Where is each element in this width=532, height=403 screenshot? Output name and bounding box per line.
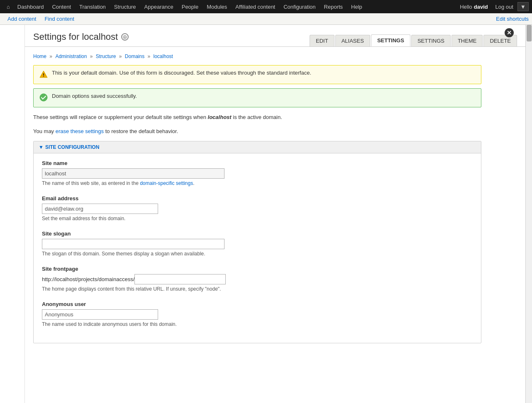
site-configuration-section: ▼ SITE CONFIGURATION Site name The name …	[33, 141, 481, 343]
scrollbar-thumb[interactable]	[527, 25, 532, 41]
warning-alert: ! This is your default domain. Use of th…	[33, 65, 481, 84]
slogan-group: Site slogan The slogan of this domain. S…	[42, 231, 473, 257]
collapse-icon: ▼	[39, 144, 44, 150]
username: david	[474, 4, 488, 10]
site-name-group: Site name The name of this web site, as …	[42, 160, 473, 186]
frontpage-prefix: http://localhost/projects/domainaccess/	[42, 276, 134, 282]
erase-settings-link[interactable]: erase these settings	[56, 128, 104, 134]
breadcrumb-administration[interactable]: Administration	[55, 53, 87, 59]
breadcrumb: Home » Administration » Structure » Doma…	[33, 53, 481, 59]
tab-settings-active[interactable]: SETTINGS	[371, 34, 410, 46]
close-button[interactable]: ✕	[505, 28, 514, 37]
success-alert: Domain options saved successfully.	[33, 88, 481, 107]
site-name-desc: The name of this web site, as entered in…	[42, 180, 473, 186]
tab-settings-2[interactable]: SETTINGS	[411, 35, 451, 46]
page-header: Settings for localhost ⊕ EDIT ALIASES SE…	[25, 25, 525, 47]
nav-appearance[interactable]: Appearance	[140, 0, 178, 13]
logout-button[interactable]: Log out	[493, 0, 515, 13]
email-label: Email address	[42, 195, 473, 202]
breadcrumb-localhost[interactable]: localhost	[154, 53, 173, 59]
section-header[interactable]: ▼ SITE CONFIGURATION	[34, 141, 481, 153]
svg-point-2	[40, 94, 47, 101]
section-title: SITE CONFIGURATION	[45, 144, 99, 150]
nav-people[interactable]: People	[178, 0, 203, 13]
slogan-label: Site slogan	[42, 231, 473, 237]
user-area: Hello david Log out ▼	[460, 0, 529, 13]
warning-icon: !	[39, 70, 48, 80]
section-body: Site name The name of this web site, as …	[34, 153, 481, 343]
frontpage-row: http://localhost/projects/domainaccess/	[42, 274, 473, 284]
anon-group: Anonymous user The name used to indicate…	[42, 301, 473, 327]
slogan-desc: The slogan of this domain. Some themes d…	[42, 251, 473, 257]
tab-aliases[interactable]: ALIASES	[335, 35, 370, 46]
breadcrumb-structure[interactable]: Structure	[96, 53, 116, 59]
frontpage-desc: The home page displays content from this…	[42, 286, 473, 292]
sidebar	[0, 25, 25, 403]
find-content-link[interactable]: Find content	[40, 13, 78, 25]
scrollbar[interactable]	[525, 25, 532, 403]
nav-content[interactable]: Content	[48, 0, 75, 13]
email-group: Email address Set the email address for …	[42, 195, 473, 221]
nav-modules[interactable]: Modules	[203, 0, 231, 13]
frontpage-label: Site frontpage	[42, 266, 473, 272]
success-icon	[39, 93, 48, 103]
site-name-label: Site name	[42, 160, 473, 166]
page-content: Home » Administration » Structure » Doma…	[25, 47, 490, 350]
tab-theme[interactable]: THEME	[451, 35, 483, 46]
nav-configuration[interactable]: Configuration	[279, 0, 320, 13]
success-text: Domain options saved successfully.	[52, 93, 137, 99]
add-page-icon[interactable]: ⊕	[121, 33, 129, 41]
tab-edit[interactable]: EDIT	[310, 35, 334, 46]
email-input[interactable]	[42, 204, 158, 214]
hello-text: Hello	[460, 4, 472, 10]
slogan-input[interactable]	[42, 239, 225, 249]
secondary-navigation: Add content Find content Edit shortcuts	[0, 13, 532, 25]
nav-translation[interactable]: Translation	[75, 0, 110, 13]
nav-affiliated[interactable]: Affiliated content	[231, 0, 279, 13]
frontpage-group: Site frontpage http://localhost/projects…	[42, 266, 473, 292]
breadcrumb-domains[interactable]: Domains	[125, 53, 144, 59]
page-title: Settings for localhost ⊕	[33, 32, 129, 46]
domain-specific-settings-link[interactable]: domain-specific settings	[140, 180, 193, 186]
main-wrapper: ✕ Settings for localhost ⊕ EDIT ALIASES …	[0, 25, 532, 403]
tab-delete[interactable]: DELETE	[483, 35, 517, 46]
nav-home[interactable]: ⌂	[3, 0, 13, 13]
anon-desc: The name used to indicate anonymous user…	[42, 321, 473, 327]
anon-label: Anonymous user	[42, 301, 473, 307]
breadcrumb-home[interactable]: Home	[33, 53, 46, 59]
edit-shortcuts-link[interactable]: Edit shortcuts	[496, 16, 529, 22]
warning-text: This is your default domain. Use of this…	[52, 70, 311, 76]
nav-structure[interactable]: Structure	[110, 0, 140, 13]
tabs: EDIT ALIASES SETTINGS SETTINGS THEME DEL…	[310, 34, 517, 46]
top-navigation: ⌂ Dashboard Content Translation Structur…	[0, 0, 532, 13]
svg-text:!: !	[43, 73, 44, 78]
nav-help[interactable]: Help	[347, 0, 366, 13]
content-area: ✕ Settings for localhost ⊕ EDIT ALIASES …	[25, 25, 525, 403]
email-desc: Set the email address for this domain.	[42, 216, 473, 221]
nav-dropdown-button[interactable]: ▼	[517, 2, 529, 11]
nav-dashboard[interactable]: Dashboard	[13, 0, 48, 13]
frontpage-input[interactable]	[134, 274, 226, 284]
anon-input[interactable]	[42, 309, 158, 320]
intro-line1: These settings will replace or supplemen…	[33, 113, 481, 121]
nav-reports[interactable]: Reports	[320, 0, 347, 13]
site-name-input[interactable]	[42, 168, 225, 179]
page-title-text: Settings for localhost	[33, 32, 118, 42]
add-content-link[interactable]: Add content	[3, 13, 40, 25]
intro-line2: You may erase these settings to restore …	[33, 127, 481, 136]
